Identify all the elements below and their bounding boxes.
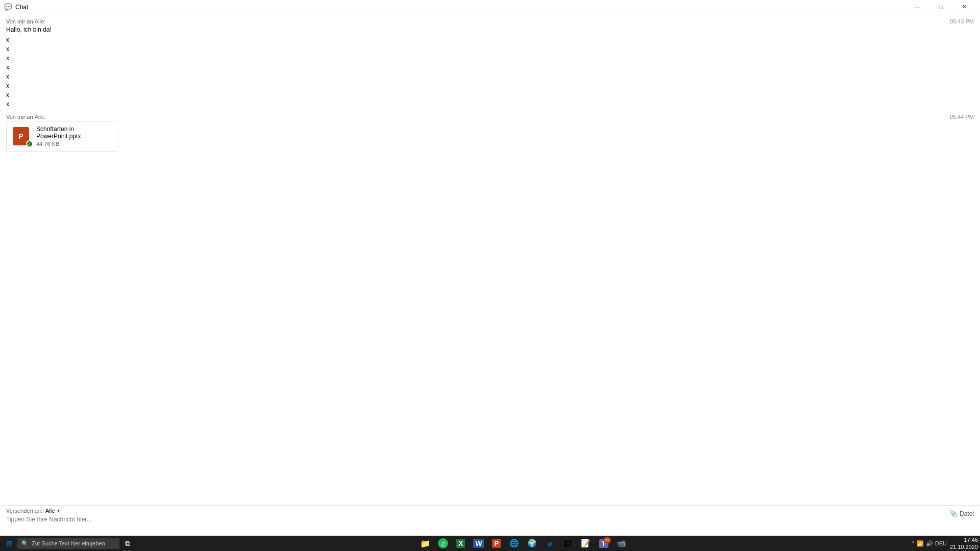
x-line: x <box>6 90 974 99</box>
message-group-1: Von mir an Alle: 05:43 PM Hallo, ich bin… <box>6 18 974 109</box>
sticky-notes-icon: 📝 <box>581 539 591 548</box>
zoom-app[interactable]: 📹 <box>614 536 630 550</box>
teams-app[interactable]: T 69 <box>596 536 612 550</box>
message-group-2: Von mir an Alle: 05:44 PM ✓ Schriftarten… <box>6 114 974 152</box>
file-attachment[interactable]: ✓ Schriftarten in PowerPoint.pptx 44.76 … <box>6 121 118 152</box>
powerpoint-app-icon: P <box>492 539 501 548</box>
message-sender-1: Von mir an Alle: <box>6 18 45 24</box>
sticky-notes-app[interactable]: 📝 <box>578 536 594 550</box>
file-name: Schriftarten in PowerPoint.pptx <box>36 126 112 140</box>
sender-name-1: Alle <box>35 18 44 24</box>
spotify-app[interactable]: ♫ <box>435 536 451 550</box>
edge-legacy-app[interactable]: 🌐 <box>506 536 523 550</box>
chat-area: Von mir an Alle: 05:43 PM Hallo, ich bin… <box>0 14 980 505</box>
sender-name-2: Alle <box>35 114 44 120</box>
taskbar-right: ^ 📶 🔊 DEU 17:46 21.10.2020 <box>912 536 978 551</box>
x-lines: x x x x x x x x <box>6 35 974 109</box>
teams-badge: 69 <box>603 537 611 543</box>
minimize-button[interactable]: — <box>905 0 929 14</box>
input-area: Versenden an: Alle ▼ 📎 Datei <box>0 505 980 536</box>
send-to-select[interactable]: Alle ▼ <box>45 508 61 514</box>
excel-app[interactable]: X <box>453 536 469 550</box>
taskbar: ⊞ 🔍 Zur Suche Text hier eingeben ⧉ 📁 ♫ X… <box>0 536 980 551</box>
word-icon: W <box>473 539 484 548</box>
language-indicator[interactable]: DEU <box>935 540 947 546</box>
file-check-icon: ✓ <box>26 140 33 147</box>
message-time-1: 05:43 PM <box>950 18 974 24</box>
x-line: x <box>6 81 974 90</box>
maximize-button[interactable]: □ <box>929 0 952 14</box>
message-text-1: Hallo, ich bin da! <box>6 26 974 34</box>
x-line: x <box>6 72 974 81</box>
edge-app[interactable]: e <box>542 536 558 550</box>
taskbar-apps: 📁 ♫ X W P 🌐 🌍 e 🖼 <box>417 536 630 550</box>
message-input[interactable] <box>6 516 974 523</box>
search-bar[interactable]: 🔍 Zur Suche Text hier eingeben <box>17 538 119 549</box>
message-meta-2: Von mir an Alle: 05:44 PM <box>6 114 974 120</box>
clock-date: 21.10.2020 <box>950 543 978 550</box>
file-info: Schriftarten in PowerPoint.pptx 44.76 KB <box>36 126 112 147</box>
clock-time: 17:46 <box>964 536 978 543</box>
attachment-icon: 📎 <box>949 510 958 517</box>
photos-app[interactable]: 🖼 <box>560 536 576 550</box>
excel-icon: X <box>456 539 465 548</box>
title-bar-left: 💬 Chat <box>4 3 28 11</box>
chrome-icon: 🌍 <box>527 539 537 548</box>
x-line: x <box>6 54 974 63</box>
explorer-app[interactable]: 📁 <box>417 536 433 550</box>
edge-legacy-icon: 🌐 <box>509 539 519 548</box>
title-bar: 💬 Chat — □ ✕ <box>0 0 980 14</box>
taskbar-left: ⊞ 🔍 Zur Suche Text hier eingeben ⧉ <box>2 536 135 550</box>
file-button[interactable]: 📎 Datei <box>949 510 974 517</box>
message-sender-2: Von mir an Alle: <box>6 114 45 120</box>
chevron-down-icon: ▼ <box>56 508 61 513</box>
x-line: x <box>6 99 974 109</box>
system-tray: ^ 📶 🔊 DEU <box>912 540 947 547</box>
clock[interactable]: 17:46 21.10.2020 <box>950 536 978 551</box>
word-app[interactable]: W <box>471 536 487 550</box>
spotify-icon: ♫ <box>438 538 448 548</box>
task-view-button[interactable]: ⧉ <box>120 536 135 550</box>
search-placeholder: Zur Suche Text hier eingeben <box>32 540 105 546</box>
close-button[interactable]: ✕ <box>952 0 976 14</box>
explorer-icon: 📁 <box>420 539 430 548</box>
network-icon[interactable]: 📶 <box>917 540 924 547</box>
start-button[interactable]: ⊞ <box>2 536 16 550</box>
file-icon-wrapper: ✓ <box>13 127 31 145</box>
file-size: 44.76 KB <box>36 141 112 147</box>
show-hidden-tray-button[interactable]: ^ <box>912 540 915 546</box>
edge-icon: e <box>548 539 552 548</box>
title-bar-controls: — □ ✕ <box>905 0 976 14</box>
powerpoint-app[interactable]: P <box>488 536 505 550</box>
zoom-icon: 📹 <box>617 539 626 548</box>
message-time-2: 05:44 PM <box>950 114 974 120</box>
message-meta-1: Von mir an Alle: 05:43 PM <box>6 18 974 24</box>
x-line: x <box>6 44 974 54</box>
file-label: Datei <box>960 510 974 517</box>
x-line: x <box>6 63 974 72</box>
photos-icon: 🖼 <box>564 539 572 548</box>
search-icon: 🔍 <box>21 540 29 547</box>
send-to-value: Alle <box>45 508 55 514</box>
send-to-row: Versenden an: Alle ▼ 📎 Datei <box>6 508 974 514</box>
x-line: x <box>6 35 974 44</box>
window-icon: 💬 <box>4 3 12 11</box>
chrome-app[interactable]: 🌍 <box>524 536 541 550</box>
window-title: Chat <box>15 4 28 11</box>
send-to-label: Versenden an: <box>6 508 42 514</box>
volume-icon[interactable]: 🔊 <box>926 540 933 547</box>
